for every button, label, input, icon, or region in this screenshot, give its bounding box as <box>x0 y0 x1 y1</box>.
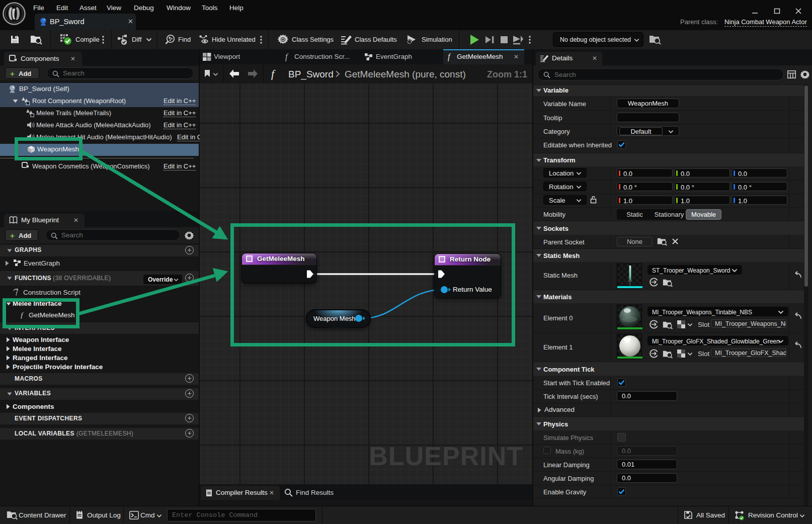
svg-text:f: f <box>285 52 289 61</box>
svg-text:f: f <box>21 311 24 319</box>
svg-text:f: f <box>16 289 19 296</box>
svg-text:f: f <box>448 52 451 61</box>
